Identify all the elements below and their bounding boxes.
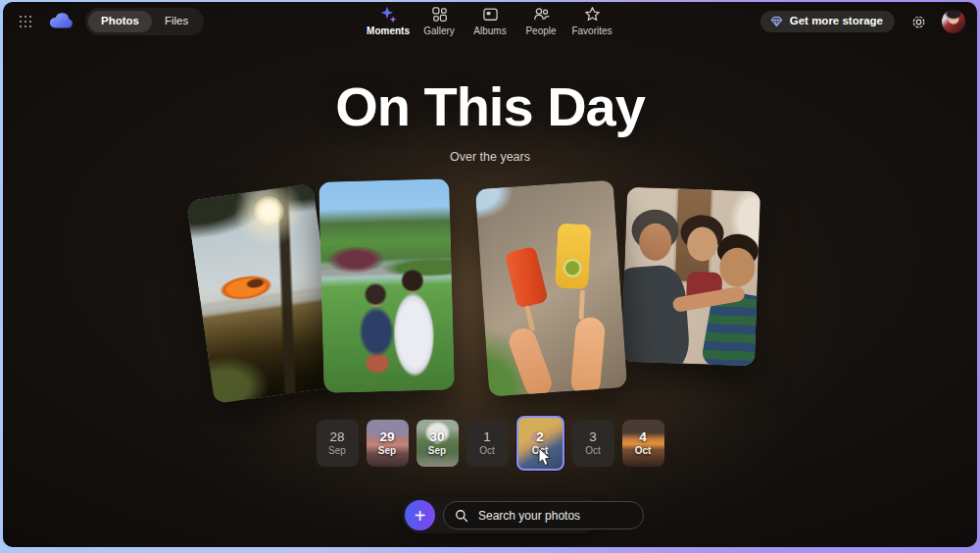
mother-body-shape (621, 264, 691, 366)
date-month: Oct (585, 445, 601, 457)
hand-shape (506, 325, 556, 397)
get-more-storage-button[interactable]: Get more storage (760, 11, 895, 32)
popsicle-stick-shape (578, 290, 585, 320)
gallery-grid-icon (431, 6, 448, 23)
photo-card-popsicles[interactable] (475, 179, 627, 396)
storage-button-label: Get more storage (790, 16, 883, 27)
search-input[interactable] (476, 508, 632, 524)
search-icon (455, 509, 468, 523)
date-month: Oct (479, 445, 495, 457)
tab-moments[interactable]: Moments (367, 6, 410, 36)
add-photos-button[interactable]: + (405, 500, 435, 530)
hero-section: On This Day Over the years (3, 76, 977, 164)
settings-button[interactable] (908, 12, 928, 31)
search-field-container (443, 501, 644, 529)
date-month: Oct (532, 445, 549, 457)
date-day: 1 (483, 429, 491, 445)
page-title: On This Day (3, 76, 977, 137)
date-day: 2 (536, 429, 544, 445)
tab-label: Albums (473, 25, 506, 36)
people-icon (533, 6, 550, 23)
tab-label: Favorites (571, 25, 612, 36)
child-face-shape (687, 226, 718, 262)
date-month: Sep (378, 445, 396, 457)
date-tile-29-sep[interactable]: 29 Sep (367, 420, 409, 467)
photo-card-hammock-in-forest[interactable] (186, 183, 341, 404)
red-popsicle-shape (505, 246, 549, 309)
star-icon (584, 6, 601, 23)
date-day: 3 (589, 429, 597, 445)
date-tile-4-oct[interactable]: 4 Oct (622, 420, 664, 467)
date-strip: 28 Sep 29 Sep 30 Sep 1 Oct 2 Oct 3 Oct 4… (3, 416, 977, 471)
date-day: 30 (429, 429, 444, 445)
date-tile-30-sep[interactable]: 30 Sep (416, 420, 459, 467)
app-launcher-icon (20, 16, 32, 28)
date-month: Oct (635, 445, 652, 457)
date-tile-1-oct[interactable]: 1 Oct (466, 420, 509, 467)
date-tile-2-oct-selected[interactable]: 2 Oct (516, 416, 564, 471)
top-bar-right: Get more storage (760, 10, 965, 33)
date-day: 28 (329, 429, 344, 445)
tab-gallery[interactable]: Gallery (417, 6, 461, 36)
view-toggle: Photos Files (85, 8, 204, 35)
gear-icon (910, 14, 927, 30)
bottom-action-bar: + (402, 497, 601, 533)
date-month: Sep (328, 445, 346, 457)
diamond-icon (770, 16, 783, 27)
boy-face-shape (719, 247, 756, 287)
photo-card-family-selfie[interactable] (621, 187, 760, 367)
onedrive-photos-app: Photos Files Moments (3, 2, 977, 547)
photo-card-kids-peace-signs[interactable] (318, 178, 455, 392)
date-month: Sep (428, 445, 446, 457)
onedrive-logo[interactable] (47, 13, 74, 30)
mother-face-shape (639, 223, 672, 261)
date-day: 29 (379, 429, 394, 445)
albums-icon (482, 6, 499, 23)
tab-label: Moments (367, 25, 410, 36)
tab-albums[interactable]: Albums (468, 6, 512, 36)
top-bar: Photos Files Moments (3, 2, 977, 41)
date-day: 4 (639, 429, 647, 445)
page-subtitle: Over the years (3, 150, 977, 164)
toggle-photos[interactable]: Photos (88, 11, 152, 32)
tab-favorites[interactable]: Favorites (570, 6, 613, 36)
date-tile-3-oct[interactable]: 3 Oct (572, 420, 614, 467)
moments-sparkles-icon (380, 6, 397, 23)
toggle-files[interactable]: Files (152, 11, 201, 32)
tab-label: People (525, 25, 556, 36)
primary-nav: Moments Gallery Albums (367, 6, 613, 36)
popsicle-stick-shape (524, 305, 535, 330)
account-avatar[interactable] (942, 10, 965, 33)
hand-shape (570, 316, 607, 396)
tab-label: Gallery (423, 25, 455, 36)
yellow-popsicle-shape (555, 224, 591, 290)
tab-people[interactable]: People (519, 6, 563, 36)
top-bar-left: Photos Files (15, 8, 204, 35)
app-launcher-button[interactable] (15, 11, 36, 32)
date-tile-28-sep[interactable]: 28 Sep (317, 420, 359, 467)
